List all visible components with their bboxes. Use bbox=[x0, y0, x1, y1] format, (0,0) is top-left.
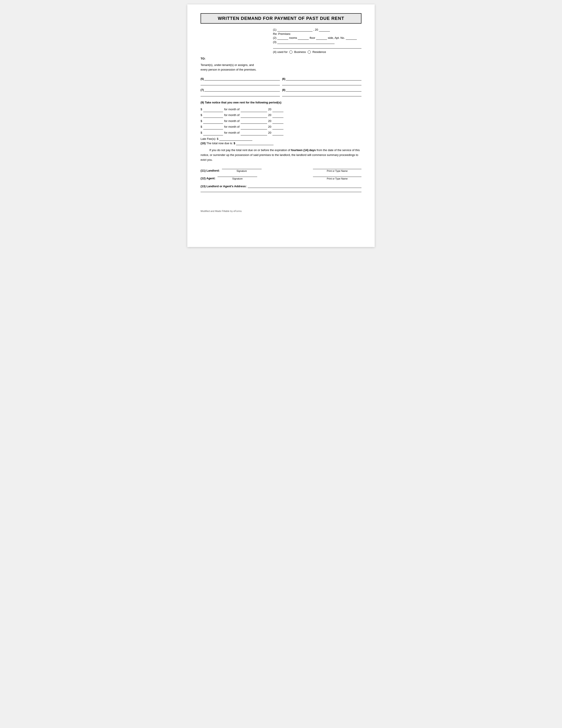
year5-input[interactable] bbox=[273, 130, 283, 135]
year2-text: 20 bbox=[268, 112, 271, 118]
rooms-input[interactable] bbox=[277, 36, 288, 40]
landlord-sig-block: Signature bbox=[222, 169, 262, 172]
field7-underline2 bbox=[201, 93, 280, 96]
landlord-label: (11) Landlord: bbox=[201, 169, 220, 172]
landlord-name-caption: Print or Type Name bbox=[327, 170, 348, 172]
field8-input[interactable] bbox=[286, 88, 361, 92]
floor-label: floor bbox=[310, 36, 315, 39]
residence-label: Residence bbox=[312, 50, 326, 54]
agent-name-group: Print or Type Name bbox=[313, 177, 361, 180]
agent-sig-block: Signature bbox=[218, 177, 257, 180]
year4-input[interactable] bbox=[273, 124, 283, 129]
for-month5: for month of bbox=[224, 130, 239, 135]
total-text: The total now due is: bbox=[207, 142, 233, 145]
rent-row-4: $ for month of 20 bbox=[201, 124, 361, 129]
dollar1: $ bbox=[201, 107, 202, 112]
rent-row-2: $ for month of 20 bbox=[201, 112, 361, 118]
amount1-input[interactable] bbox=[203, 107, 223, 112]
landlord-sig-caption: Signature bbox=[237, 170, 247, 172]
field2-label: (2) bbox=[273, 36, 277, 39]
address-row: (13) Landlord or Agent's Address: bbox=[201, 184, 361, 188]
month3-input[interactable] bbox=[241, 118, 267, 124]
year2-input[interactable] bbox=[273, 112, 283, 118]
total-line: (10) The total now due is: $ bbox=[201, 142, 361, 145]
to-label: TO: bbox=[201, 57, 206, 60]
footer: Modified and Made Fillable by eForms bbox=[201, 210, 361, 212]
title-box: WRITTEN DEMAND FOR PAYMENT OF PAST DUE R… bbox=[201, 13, 361, 24]
total-dollar: $ bbox=[234, 142, 235, 145]
year3-input[interactable] bbox=[273, 118, 283, 124]
field8-label: (8) bbox=[282, 88, 285, 92]
agent-name-line[interactable] bbox=[313, 177, 361, 177]
field3-label: (3) bbox=[273, 40, 277, 44]
tenant-text: Tenant(s), under-tenant(s) or assigns, a… bbox=[201, 63, 361, 72]
dollar5: $ bbox=[201, 130, 202, 135]
total-input[interactable] bbox=[236, 142, 274, 145]
side-input[interactable] bbox=[316, 36, 327, 40]
field10-label: (10) bbox=[201, 142, 206, 145]
re-premises-line: Re: Premises: bbox=[273, 32, 362, 36]
field7-line: (7) bbox=[201, 88, 280, 92]
eviction-bold: fourteen (14) days bbox=[291, 148, 316, 152]
year4-text: 20 bbox=[268, 124, 271, 129]
amount5-input[interactable] bbox=[203, 130, 223, 135]
month4-input[interactable] bbox=[241, 124, 267, 129]
field5-underline2 bbox=[201, 82, 280, 85]
amount3-input[interactable] bbox=[203, 118, 223, 124]
field5-line: (5) bbox=[201, 77, 280, 80]
field13-label: (13) Landlord or Agent's Address: bbox=[201, 185, 247, 188]
floor-input[interactable] bbox=[298, 36, 309, 40]
field7-input[interactable] bbox=[204, 88, 280, 92]
notice-section: (9) Take notice that you owe rent for th… bbox=[201, 101, 361, 104]
year1-text: 20 bbox=[268, 107, 271, 112]
field7-label: (7) bbox=[201, 88, 204, 92]
field6-label: (6) bbox=[282, 77, 285, 80]
dollar3: $ bbox=[201, 118, 202, 124]
side-apt-label: side, Apt. No. bbox=[328, 36, 345, 39]
for-month3: for month of bbox=[224, 118, 239, 124]
field6-underline2 bbox=[282, 82, 361, 85]
amount4-input[interactable] bbox=[203, 124, 223, 129]
field7-row: (7) bbox=[201, 88, 280, 96]
eviction-paragraph: If you do not pay the total rent due on … bbox=[201, 148, 361, 162]
landlord-name-group: Print or Type Name bbox=[313, 169, 361, 172]
dollar2: $ bbox=[201, 112, 202, 118]
field4-label: (4) used for bbox=[273, 50, 287, 54]
year-separator: , 20 bbox=[313, 28, 318, 31]
address-input[interactable] bbox=[248, 184, 361, 188]
late-fee-input[interactable] bbox=[219, 137, 252, 141]
agent-sig-line[interactable] bbox=[218, 177, 257, 177]
rent-row-5: $ for month of 20 bbox=[201, 130, 361, 135]
year1-input[interactable] bbox=[273, 107, 283, 112]
agent-sig-pair: (12) Agent: Signature Print or Type Name bbox=[201, 177, 361, 180]
business-radio[interactable] bbox=[289, 51, 292, 54]
amount2-input[interactable] bbox=[203, 112, 223, 118]
month1-input[interactable] bbox=[241, 107, 267, 112]
used-for-row: (4) used for Business Residence bbox=[273, 50, 362, 54]
month2-input[interactable] bbox=[241, 112, 267, 118]
agent-left-group: (12) Agent: Signature bbox=[201, 177, 257, 180]
for-month2: for month of bbox=[224, 112, 239, 118]
rent-row-1: $ for month of 20 bbox=[201, 107, 361, 112]
agent-name-caption: Print or Type Name bbox=[327, 177, 348, 180]
date-line: (1) , 20 bbox=[273, 28, 362, 32]
field5-input[interactable] bbox=[204, 77, 280, 80]
field3-input[interactable] bbox=[277, 40, 334, 44]
for-month1: for month of bbox=[224, 107, 239, 112]
field1-input[interactable] bbox=[277, 28, 312, 32]
field5-row: (5) bbox=[201, 77, 280, 85]
residence-radio[interactable] bbox=[308, 51, 311, 54]
field9-label: (9) bbox=[201, 101, 204, 104]
field5-label: (5) bbox=[201, 77, 204, 80]
document-title: WRITTEN DEMAND FOR PAYMENT OF PAST DUE R… bbox=[218, 16, 344, 21]
field6-input[interactable] bbox=[286, 77, 361, 80]
address-section: (13) Landlord or Agent's Address: bbox=[201, 184, 361, 192]
header-right: (1) , 20 Re: Premises: (2) rooms floor s… bbox=[273, 28, 362, 54]
landlord-sig-pair: (11) Landlord: Signature Print or Type N… bbox=[201, 169, 361, 172]
rent-row-3: $ for month of 20 bbox=[201, 118, 361, 124]
field8-underline2 bbox=[282, 93, 361, 96]
year-input[interactable] bbox=[319, 28, 330, 32]
field6-row: (6) bbox=[282, 77, 361, 85]
apt-no-input[interactable] bbox=[346, 36, 357, 40]
month5-input[interactable] bbox=[241, 130, 267, 135]
